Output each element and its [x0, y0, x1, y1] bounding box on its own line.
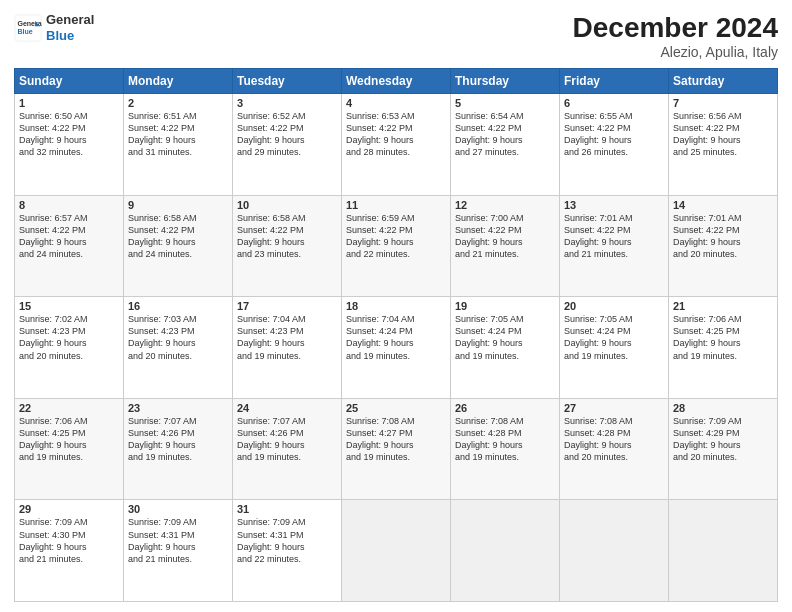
day-info: Sunrise: 7:03 AM Sunset: 4:23 PM Dayligh… [128, 313, 228, 362]
table-row: 29Sunrise: 7:09 AM Sunset: 4:30 PM Dayli… [15, 500, 124, 602]
day-info: Sunrise: 7:04 AM Sunset: 4:23 PM Dayligh… [237, 313, 337, 362]
table-row: 27Sunrise: 7:08 AM Sunset: 4:28 PM Dayli… [560, 398, 669, 500]
day-number: 1 [19, 97, 119, 109]
table-row [342, 500, 451, 602]
col-monday: Monday [124, 69, 233, 94]
day-info: Sunrise: 6:54 AM Sunset: 4:22 PM Dayligh… [455, 110, 555, 159]
day-info: Sunrise: 6:53 AM Sunset: 4:22 PM Dayligh… [346, 110, 446, 159]
day-info: Sunrise: 7:08 AM Sunset: 4:28 PM Dayligh… [564, 415, 664, 464]
day-info: Sunrise: 6:58 AM Sunset: 4:22 PM Dayligh… [128, 212, 228, 261]
day-number: 8 [19, 199, 119, 211]
table-row: 13Sunrise: 7:01 AM Sunset: 4:22 PM Dayli… [560, 195, 669, 297]
calendar-table: Sunday Monday Tuesday Wednesday Thursday… [14, 68, 778, 602]
table-row: 12Sunrise: 7:00 AM Sunset: 4:22 PM Dayli… [451, 195, 560, 297]
day-number: 27 [564, 402, 664, 414]
table-row: 4Sunrise: 6:53 AM Sunset: 4:22 PM Daylig… [342, 94, 451, 196]
day-number: 7 [673, 97, 773, 109]
table-row [451, 500, 560, 602]
table-row: 1Sunrise: 6:50 AM Sunset: 4:22 PM Daylig… [15, 94, 124, 196]
table-row: 22Sunrise: 7:06 AM Sunset: 4:25 PM Dayli… [15, 398, 124, 500]
day-info: Sunrise: 6:56 AM Sunset: 4:22 PM Dayligh… [673, 110, 773, 159]
day-info: Sunrise: 7:08 AM Sunset: 4:27 PM Dayligh… [346, 415, 446, 464]
table-row: 14Sunrise: 7:01 AM Sunset: 4:22 PM Dayli… [669, 195, 778, 297]
day-info: Sunrise: 7:09 AM Sunset: 4:31 PM Dayligh… [237, 516, 337, 565]
logo-icon: General Blue [14, 14, 42, 42]
day-info: Sunrise: 7:08 AM Sunset: 4:28 PM Dayligh… [455, 415, 555, 464]
col-thursday: Thursday [451, 69, 560, 94]
day-info: Sunrise: 7:01 AM Sunset: 4:22 PM Dayligh… [673, 212, 773, 261]
table-row: 5Sunrise: 6:54 AM Sunset: 4:22 PM Daylig… [451, 94, 560, 196]
col-sunday: Sunday [15, 69, 124, 94]
day-info: Sunrise: 7:09 AM Sunset: 4:30 PM Dayligh… [19, 516, 119, 565]
table-row: 26Sunrise: 7:08 AM Sunset: 4:28 PM Dayli… [451, 398, 560, 500]
calendar-week-row: 1Sunrise: 6:50 AM Sunset: 4:22 PM Daylig… [15, 94, 778, 196]
day-info: Sunrise: 7:09 AM Sunset: 4:29 PM Dayligh… [673, 415, 773, 464]
table-row: 24Sunrise: 7:07 AM Sunset: 4:26 PM Dayli… [233, 398, 342, 500]
calendar-week-row: 8Sunrise: 6:57 AM Sunset: 4:22 PM Daylig… [15, 195, 778, 297]
day-info: Sunrise: 7:07 AM Sunset: 4:26 PM Dayligh… [237, 415, 337, 464]
day-number: 13 [564, 199, 664, 211]
day-info: Sunrise: 7:00 AM Sunset: 4:22 PM Dayligh… [455, 212, 555, 261]
table-row: 17Sunrise: 7:04 AM Sunset: 4:23 PM Dayli… [233, 297, 342, 399]
day-number: 23 [128, 402, 228, 414]
day-number: 21 [673, 300, 773, 312]
table-row: 10Sunrise: 6:58 AM Sunset: 4:22 PM Dayli… [233, 195, 342, 297]
day-info: Sunrise: 6:51 AM Sunset: 4:22 PM Dayligh… [128, 110, 228, 159]
table-row: 16Sunrise: 7:03 AM Sunset: 4:23 PM Dayli… [124, 297, 233, 399]
day-info: Sunrise: 7:05 AM Sunset: 4:24 PM Dayligh… [564, 313, 664, 362]
day-info: Sunrise: 6:55 AM Sunset: 4:22 PM Dayligh… [564, 110, 664, 159]
day-number: 6 [564, 97, 664, 109]
col-saturday: Saturday [669, 69, 778, 94]
day-number: 10 [237, 199, 337, 211]
table-row: 31Sunrise: 7:09 AM Sunset: 4:31 PM Dayli… [233, 500, 342, 602]
page: General Blue General Blue December 2024 … [0, 0, 792, 612]
table-row: 21Sunrise: 7:06 AM Sunset: 4:25 PM Dayli… [669, 297, 778, 399]
day-number: 26 [455, 402, 555, 414]
table-row: 8Sunrise: 6:57 AM Sunset: 4:22 PM Daylig… [15, 195, 124, 297]
day-number: 28 [673, 402, 773, 414]
day-number: 19 [455, 300, 555, 312]
col-wednesday: Wednesday [342, 69, 451, 94]
main-title: December 2024 [573, 12, 778, 44]
day-info: Sunrise: 6:58 AM Sunset: 4:22 PM Dayligh… [237, 212, 337, 261]
day-number: 31 [237, 503, 337, 515]
day-number: 25 [346, 402, 446, 414]
table-row: 28Sunrise: 7:09 AM Sunset: 4:29 PM Dayli… [669, 398, 778, 500]
day-number: 5 [455, 97, 555, 109]
table-row: 25Sunrise: 7:08 AM Sunset: 4:27 PM Dayli… [342, 398, 451, 500]
day-info: Sunrise: 7:09 AM Sunset: 4:31 PM Dayligh… [128, 516, 228, 565]
table-row: 20Sunrise: 7:05 AM Sunset: 4:24 PM Dayli… [560, 297, 669, 399]
day-info: Sunrise: 7:02 AM Sunset: 4:23 PM Dayligh… [19, 313, 119, 362]
day-number: 29 [19, 503, 119, 515]
day-info: Sunrise: 6:57 AM Sunset: 4:22 PM Dayligh… [19, 212, 119, 261]
logo: General Blue General Blue [14, 12, 94, 43]
col-friday: Friday [560, 69, 669, 94]
day-number: 3 [237, 97, 337, 109]
table-row: 6Sunrise: 6:55 AM Sunset: 4:22 PM Daylig… [560, 94, 669, 196]
table-row [560, 500, 669, 602]
table-row: 7Sunrise: 6:56 AM Sunset: 4:22 PM Daylig… [669, 94, 778, 196]
table-row: 3Sunrise: 6:52 AM Sunset: 4:22 PM Daylig… [233, 94, 342, 196]
day-info: Sunrise: 6:52 AM Sunset: 4:22 PM Dayligh… [237, 110, 337, 159]
table-row: 2Sunrise: 6:51 AM Sunset: 4:22 PM Daylig… [124, 94, 233, 196]
day-number: 9 [128, 199, 228, 211]
day-info: Sunrise: 7:04 AM Sunset: 4:24 PM Dayligh… [346, 313, 446, 362]
day-number: 16 [128, 300, 228, 312]
day-number: 18 [346, 300, 446, 312]
table-row: 19Sunrise: 7:05 AM Sunset: 4:24 PM Dayli… [451, 297, 560, 399]
calendar-week-row: 15Sunrise: 7:02 AM Sunset: 4:23 PM Dayli… [15, 297, 778, 399]
day-info: Sunrise: 7:01 AM Sunset: 4:22 PM Dayligh… [564, 212, 664, 261]
day-info: Sunrise: 7:06 AM Sunset: 4:25 PM Dayligh… [19, 415, 119, 464]
col-tuesday: Tuesday [233, 69, 342, 94]
table-row: 18Sunrise: 7:04 AM Sunset: 4:24 PM Dayli… [342, 297, 451, 399]
table-row: 15Sunrise: 7:02 AM Sunset: 4:23 PM Dayli… [15, 297, 124, 399]
svg-text:Blue: Blue [18, 28, 33, 35]
day-info: Sunrise: 7:05 AM Sunset: 4:24 PM Dayligh… [455, 313, 555, 362]
day-number: 15 [19, 300, 119, 312]
day-info: Sunrise: 7:06 AM Sunset: 4:25 PM Dayligh… [673, 313, 773, 362]
table-row: 30Sunrise: 7:09 AM Sunset: 4:31 PM Dayli… [124, 500, 233, 602]
day-info: Sunrise: 6:50 AM Sunset: 4:22 PM Dayligh… [19, 110, 119, 159]
day-number: 11 [346, 199, 446, 211]
logo-blue: Blue [46, 28, 94, 44]
day-number: 24 [237, 402, 337, 414]
